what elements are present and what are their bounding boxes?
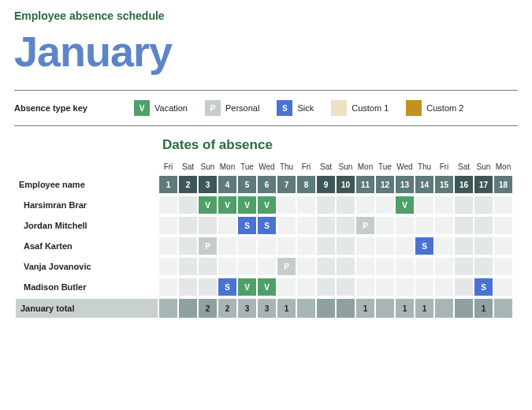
absence-cell [218, 258, 236, 275]
legend-swatch-c1 [331, 100, 347, 116]
absence-cell [277, 196, 296, 214]
dow-header: Tue [376, 162, 394, 173]
absence-cell [415, 196, 433, 214]
absence-cell [356, 196, 374, 214]
total-cell: 3 [238, 299, 256, 318]
absence-cell [455, 258, 473, 275]
dow-header: Sun [474, 162, 493, 173]
dow-header: Fri [435, 162, 453, 173]
absence-cell [435, 196, 453, 214]
absence-grid: FriSatSunMonTueWedThuFriSatSunMonTueWedT… [14, 159, 518, 321]
absence-cell [474, 217, 493, 234]
absence-cell: V [238, 196, 256, 214]
absence-cell [396, 258, 414, 275]
absence-cell [199, 258, 217, 275]
legend-label: Absence type key [14, 103, 125, 113]
absence-cell [396, 237, 414, 255]
legend-text: Custom 2 [426, 103, 463, 113]
date-header: 9 [317, 176, 335, 193]
absence-cell [297, 196, 315, 214]
employee-name-header: Employee name [16, 176, 158, 193]
date-header: 2 [179, 176, 197, 193]
legend-swatch-c2 [406, 100, 422, 116]
absence-cell [356, 258, 374, 275]
absence-cell [317, 196, 335, 214]
total-label: January total [16, 299, 158, 318]
absence-cell: V [238, 278, 256, 296]
absence-cell [356, 237, 374, 255]
total-cell: 3 [258, 299, 276, 318]
legend-text: Custom 1 [352, 103, 389, 113]
absence-cell [376, 237, 394, 255]
absence-cell [435, 237, 453, 255]
dow-header: Sat [179, 162, 197, 173]
total-cell: 1 [396, 299, 414, 318]
total-cell [494, 299, 512, 318]
absence-cell [159, 258, 177, 275]
absence-cell: V [199, 196, 217, 214]
absence-cell [494, 278, 512, 296]
absence-cell [356, 278, 374, 296]
absence-cell [376, 258, 394, 275]
absence-cell: S [258, 217, 276, 234]
date-header: 3 [199, 176, 217, 193]
dow-header: Thu [415, 162, 433, 173]
absence-cell [455, 217, 473, 234]
dow-header: Sat [455, 162, 473, 173]
legend-item-c2: Custom 2 [406, 100, 463, 116]
absence-cell: P [277, 258, 296, 275]
absence-cell: S [218, 278, 236, 296]
legend-swatch-p: P [205, 100, 221, 116]
employee-name: Vanja Jovanovic [16, 258, 158, 275]
employee-name: Madison Butler [16, 278, 158, 296]
absence-cell [376, 196, 394, 214]
date-header: 16 [455, 176, 473, 193]
legend-swatch-s: S [277, 100, 292, 116]
absence-cell [494, 258, 512, 275]
dow-header: Wed [258, 162, 276, 173]
date-header: 17 [474, 176, 493, 193]
absence-cell [494, 217, 512, 234]
page-subtitle: Employee absence schedule [14, 9, 518, 22]
absence-cell [494, 196, 512, 214]
absence-cell: V [258, 196, 276, 214]
date-header: 12 [376, 176, 394, 193]
date-header: 14 [415, 176, 433, 193]
employee-name: Harsimran Brar [16, 196, 158, 214]
dow-header: Tue [238, 162, 256, 173]
employee-name: Asaf Karten [16, 237, 158, 255]
total-cell [297, 299, 315, 318]
date-header: 5 [238, 176, 256, 193]
absence-cell: V [258, 278, 276, 296]
total-cell: 1 [356, 299, 374, 318]
absence-cell: V [218, 196, 236, 214]
date-header: 13 [396, 176, 414, 193]
absence-cell [159, 237, 177, 255]
absence-cell [435, 278, 453, 296]
absence-cell [258, 237, 276, 255]
absence-cell [435, 258, 453, 275]
absence-cell [159, 278, 177, 296]
absence-cell: S [415, 237, 433, 255]
absence-cell: V [396, 196, 414, 214]
divider-bottom [14, 125, 518, 126]
absence-cell [297, 217, 315, 234]
absence-cell [159, 217, 177, 234]
absence-cell [474, 258, 493, 275]
total-cell [159, 299, 177, 318]
absence-cell [199, 278, 217, 296]
date-header: 1 [159, 176, 177, 193]
absence-cell [297, 258, 315, 275]
absence-cell [337, 196, 355, 214]
date-header: 4 [218, 176, 236, 193]
legend-text: Personal [225, 103, 259, 113]
absence-cell [455, 196, 473, 214]
dow-header: Thu [277, 162, 296, 173]
legend-text: Vacation [154, 103, 188, 113]
total-cell: 1 [415, 299, 433, 318]
absence-cell [455, 237, 473, 255]
absence-cell [258, 258, 276, 275]
total-cell: 2 [199, 299, 217, 318]
employee-name: Jordan Mitchell [16, 217, 158, 234]
date-header: 11 [356, 176, 374, 193]
